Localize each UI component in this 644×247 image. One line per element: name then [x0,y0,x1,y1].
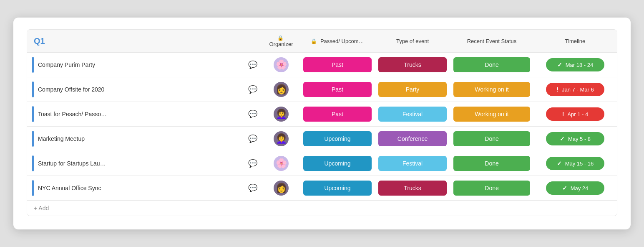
organizer-cell-3: 👩‍🦱 [262,127,300,151]
row-name: NYC Annual Office Sync [38,185,244,191]
timeline-cell-3[interactable]: ✓ May 5 - 8 [533,127,617,151]
row-indicator [32,155,34,171]
timeline-label: Jan 7 - Mar 6 [562,87,594,93]
type-pill[interactable]: Festival [378,107,447,122]
event-status-cell-0[interactable]: Done [450,53,533,77]
row-indicator [32,180,34,196]
row-name: Startup for Startups Lau… [38,160,244,167]
name-cell-5: NYC Annual Office Sync 💬 [27,176,262,201]
passed-upcoming-pill[interactable]: Past [303,57,372,72]
timeline-pill[interactable]: ! Jan 7 - Mar 6 [546,83,604,96]
timeline-icon: ✓ [560,135,565,142]
type-pill[interactable]: Trucks [378,181,447,196]
organizer-cell-2: 👩‍🦱 [262,102,300,127]
timeline-label: May 5 - 8 [568,136,591,142]
passed-upcoming-pill[interactable]: Upcoming [303,156,372,171]
timeline-pill[interactable]: ! Apr 1 - 4 [546,107,604,121]
type-header: Type of event [375,30,450,53]
passed-upcoming-cell-2[interactable]: Past [300,102,375,127]
comment-icon[interactable]: 💬 [248,60,257,69]
row-name: Marketing Meetup [38,135,244,142]
timeline-pill[interactable]: ✓ May 24 [546,181,604,195]
name-cell-1: Company Offsite for 2020 💬 [27,77,262,102]
event-status-cell-2[interactable]: Working on it [450,102,533,127]
type-pill[interactable]: Festival [378,156,447,171]
lock-icon-organizer: 🔒 [277,35,284,41]
timeline-header: Timeline [533,30,617,53]
timeline-icon: ✓ [557,160,562,167]
events-table: Q1 🔒 Organizer 🔒 Passed/ Upcom… Type of … [27,30,617,216]
comment-icon[interactable]: 💬 [248,183,257,193]
timeline-label: May 24 [571,185,589,191]
add-row[interactable]: + Add [27,201,617,216]
table-row: NYC Annual Office Sync 💬 👩 Upcoming Truc… [27,176,617,201]
type-pill[interactable]: Trucks [378,57,447,72]
organizer-cell-5: 👩 [262,176,300,201]
timeline-cell-0[interactable]: ✓ Mar 18 - 24 [533,53,617,77]
event-status-pill[interactable]: Done [453,156,530,171]
type-cell-3[interactable]: Conference [375,127,450,151]
passed-upcoming-header: 🔒 Passed/ Upcom… [300,30,375,53]
table-wrapper: Q1 🔒 Organizer 🔒 Passed/ Upcom… Type of … [27,29,617,216]
comment-icon[interactable]: 💬 [248,109,257,119]
type-cell-0[interactable]: Trucks [375,53,450,77]
event-status-cell-3[interactable]: Done [450,127,533,151]
type-cell-1[interactable]: Party [375,77,450,102]
event-status-pill[interactable]: Working on it [453,82,530,97]
comment-icon[interactable]: 💬 [248,134,257,143]
row-name: Toast for Pesach/ Passo… [38,111,244,117]
timeline-label: Apr 1 - 4 [567,111,588,117]
event-status-pill[interactable]: Done [453,131,530,146]
event-status-pill[interactable]: Working on it [453,107,530,122]
type-cell-5[interactable]: Trucks [375,176,450,201]
passed-upcoming-cell-5[interactable]: Upcoming [300,176,375,201]
lock-icon-passed: 🔒 [311,38,317,44]
timeline-label: May 15 - 16 [565,160,594,167]
passed-upcoming-cell-1[interactable]: Past [300,77,375,102]
row-name: Company Offsite for 2020 [38,86,244,93]
timeline-pill[interactable]: ✓ May 15 - 16 [546,157,604,170]
passed-upcoming-cell-4[interactable]: Upcoming [300,151,375,176]
row-indicator [32,106,34,122]
table-row: Company Offsite for 2020 💬 👩 Past Party … [27,77,617,102]
timeline-label: Mar 18 - 24 [566,62,593,68]
name-cell-4: Startup for Startups Lau… 💬 [27,151,262,176]
passed-upcoming-pill[interactable]: Past [303,107,372,122]
table-row: Startup for Startups Lau… 💬 🌸 Upcoming F… [27,151,617,176]
event-status-pill[interactable]: Done [453,57,530,72]
timeline-icon: ! [556,86,558,93]
timeline-pill[interactable]: ✓ Mar 18 - 24 [546,58,604,71]
passed-upcoming-cell-3[interactable]: Upcoming [300,127,375,151]
timeline-cell-5[interactable]: ✓ May 24 [533,176,617,201]
row-name: Company Purim Party [38,61,244,68]
passed-upcoming-pill[interactable]: Upcoming [303,181,372,196]
type-pill[interactable]: Party [378,82,447,97]
passed-upcoming-cell-0[interactable]: Past [300,53,375,77]
event-status-header: Recent Event Status [450,30,533,53]
comment-icon[interactable]: 💬 [248,159,257,168]
event-status-pill[interactable]: Done [453,181,530,196]
type-cell-4[interactable]: Festival [375,151,450,176]
name-cell-0: Company Purim Party 💬 [27,53,262,77]
type-cell-2[interactable]: Festival [375,102,450,127]
event-status-cell-4[interactable]: Done [450,151,533,176]
main-card: Q1 🔒 Organizer 🔒 Passed/ Upcom… Type of … [13,18,631,229]
organizer-cell-0: 🌸 [262,53,300,77]
table-row: Company Purim Party 💬 🌸 Past Trucks Done… [27,53,617,77]
row-indicator [32,131,34,147]
organizer-cell-1: 👩 [262,77,300,102]
table-header-row: Q1 🔒 Organizer 🔒 Passed/ Upcom… Type of … [27,30,617,53]
table-row: Marketing Meetup 💬 👩‍🦱 Upcoming Conferen… [27,127,617,151]
timeline-cell-1[interactable]: ! Jan 7 - Mar 6 [533,77,617,102]
row-indicator [32,81,34,97]
type-pill[interactable]: Conference [378,131,447,146]
passed-upcoming-pill[interactable]: Upcoming [303,131,372,146]
event-status-cell-5[interactable]: Done [450,176,533,201]
add-button[interactable]: + Add [34,205,49,211]
passed-upcoming-pill[interactable]: Past [303,82,372,97]
timeline-cell-2[interactable]: ! Apr 1 - 4 [533,102,617,127]
timeline-pill[interactable]: ✓ May 5 - 8 [546,132,604,145]
comment-icon[interactable]: 💬 [248,85,257,94]
timeline-cell-4[interactable]: ✓ May 15 - 16 [533,151,617,176]
event-status-cell-1[interactable]: Working on it [450,77,533,102]
